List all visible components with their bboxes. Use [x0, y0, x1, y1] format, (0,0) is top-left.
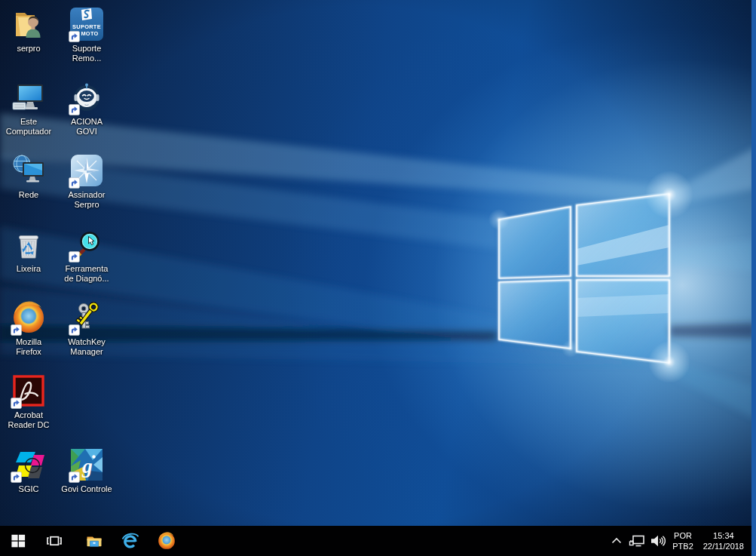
icon-label: ACIONAGOVI	[56, 117, 118, 137]
firefox-button[interactable]	[148, 526, 185, 556]
icon-label: AssinadorSerpro	[56, 190, 118, 210]
desktop-icon-suporte-remoto[interactable]: SUPORTEMOTOSuporteRemo...	[56, 6, 118, 63]
desktop-icon-rede[interactable]: Rede	[0, 152, 60, 200]
shortcut-arrow-icon	[11, 398, 22, 409]
windows-desktop-screen: serproSUPORTEMOTOSuporteRemo...EsteCompu…	[0, 0, 756, 556]
desktop-icon-lixeira[interactable]: Lixeira	[0, 226, 60, 274]
robot-icon	[69, 79, 105, 115]
taskbar-buttons	[0, 526, 185, 556]
speaker-icon	[648, 532, 666, 550]
icon-label: serpro	[0, 44, 60, 54]
svg-text:MOTO: MOTO	[81, 30, 98, 37]
session-border-strip	[751, 0, 756, 556]
volume-tray-button[interactable]	[647, 526, 667, 556]
file-explorer-icon	[84, 531, 104, 551]
icon-label: Lixeira	[0, 264, 60, 274]
desktop-icon-serpro[interactable]: serpro	[0, 6, 60, 54]
task-view-button[interactable]	[36, 526, 72, 556]
magnifier-icon	[69, 226, 105, 263]
desktop-icon-mozilla-firefox[interactable]: MozillaFirefox	[0, 300, 60, 357]
this-pc-icon	[11, 79, 47, 115]
internet-explorer-button[interactable]	[112, 526, 148, 556]
desktop-icon-este-computador[interactable]: EsteComputador	[0, 79, 60, 137]
shortcut-arrow-icon	[69, 324, 80, 336]
keyboard-layout-code: PTB2	[672, 541, 693, 551]
chevron-up-icon	[608, 533, 625, 549]
icon-label: Ferramentade Diagnó...	[56, 264, 118, 284]
firefox-icon	[11, 300, 47, 336]
icon-label: AcrobatReader DC	[0, 410, 60, 430]
acrobat-icon	[11, 373, 47, 409]
system-tray: POR PTB2 15:34 22/11/2018	[607, 526, 756, 556]
desktop-icon-watchkey-manager[interactable]: WatchKeyManager	[56, 300, 118, 357]
windows-logo-icon	[9, 532, 27, 550]
sgic-icon	[11, 447, 47, 483]
keys-icon	[69, 300, 105, 336]
shortcut-arrow-icon	[69, 472, 80, 483]
svg-text:g: g	[81, 455, 93, 478]
govi-tile-icon: g	[69, 447, 105, 483]
network-pc-icon	[11, 152, 47, 189]
firefox-icon	[157, 531, 176, 551]
task-view-icon	[45, 532, 63, 550]
shortcut-arrow-icon	[69, 104, 80, 115]
network-ethernet-icon	[628, 532, 646, 550]
shortcut-arrow-icon	[11, 472, 22, 483]
file-explorer-button[interactable]	[76, 526, 112, 556]
icon-label: WatchKeyManager	[56, 337, 118, 357]
show-hidden-icons-chevron[interactable]	[607, 526, 626, 556]
recycle-bin-icon	[11, 226, 47, 263]
icon-label: Rede	[0, 190, 60, 200]
svg-text:SUPORTE: SUPORTE	[72, 23, 101, 30]
clock[interactable]: 15:34 22/11/2018	[699, 530, 748, 551]
clock-date: 22/11/2018	[703, 541, 744, 551]
desktop-icon-ferramenta-de-diagnostico[interactable]: Ferramentade Diagnó...	[56, 226, 118, 284]
folder-user-icon	[11, 6, 47, 42]
desktop-icon-assinador-serpro[interactable]: AssinadorSerpro	[56, 152, 118, 210]
icon-label: SuporteRemo...	[56, 44, 118, 63]
taskbar: POR PTB2 15:34 22/11/2018	[0, 526, 756, 556]
icon-label: Govi Controle	[56, 484, 118, 494]
start-button[interactable]	[0, 526, 36, 556]
shortcut-arrow-icon	[69, 177, 80, 189]
shortcut-arrow-icon	[69, 31, 80, 42]
desktop-icon-area: serproSUPORTEMOTOSuporteRemo...EsteCompu…	[0, 0, 748, 526]
icon-label: MozillaFirefox	[0, 337, 60, 357]
shortcut-arrow-icon	[69, 251, 80, 263]
assinador-tile-icon	[69, 152, 105, 189]
language-code: POR	[672, 530, 693, 541]
desktop-icon-acrobat-reader-dc[interactable]: AcrobatReader DC	[0, 373, 60, 430]
clock-time: 15:34	[703, 530, 744, 541]
language-indicator[interactable]: POR PTB2	[668, 530, 698, 551]
suporte-tile-icon: SUPORTEMOTO	[69, 6, 105, 42]
shortcut-arrow-icon	[11, 324, 22, 336]
desktop-icon-govi-controle[interactable]: gGovi Controle	[56, 447, 118, 494]
internet-explorer-icon	[121, 531, 140, 551]
desktop-icon-sgic[interactable]: SGIC	[0, 447, 60, 494]
icon-label: SGIC	[0, 484, 60, 494]
network-tray-button[interactable]	[627, 526, 647, 556]
desktop-icon-aciona-govi[interactable]: ACIONAGOVI	[56, 79, 118, 137]
icon-label: EsteComputador	[0, 117, 60, 137]
